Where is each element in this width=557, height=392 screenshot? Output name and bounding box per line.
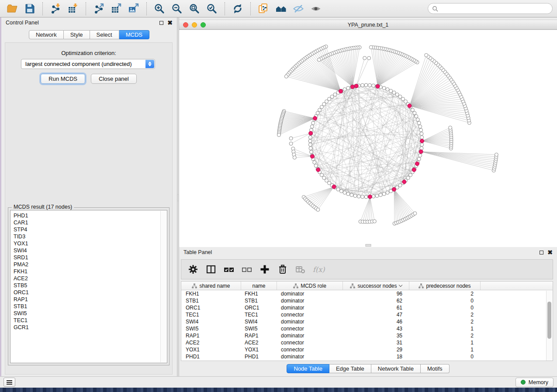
- import-network-icon[interactable]: [48, 1, 63, 16]
- horizontal-splitter-handle[interactable]: [365, 244, 371, 247]
- column-header-predecessor-nodes[interactable]: predecessor nodes: [409, 282, 481, 290]
- graph-node[interactable]: [420, 147, 423, 150]
- tab-network-table[interactable]: Network Table: [371, 364, 421, 373]
- graph-node[interactable]: [409, 173, 412, 177]
- graph-node[interactable]: [284, 75, 288, 78]
- graph-node[interactable]: [357, 195, 360, 198]
- graph-node[interactable]: [420, 143, 424, 146]
- table-cell[interactable]: 46: [343, 318, 409, 325]
- graph-edge[interactable]: [422, 141, 451, 148]
- graph-node[interactable]: [309, 147, 312, 150]
- graph-node[interactable]: [316, 111, 319, 115]
- graph-edge[interactable]: [307, 187, 334, 200]
- graph-node[interactable]: [361, 195, 364, 199]
- graph-node[interactable]: [289, 142, 293, 145]
- graph-edge[interactable]: [310, 116, 416, 144]
- graph-node[interactable]: [343, 88, 346, 91]
- table-row[interactable]: SWI4SWI4dominator462: [181, 318, 553, 325]
- graph-node[interactable]: [293, 156, 296, 159]
- list-item[interactable]: CAR1: [14, 219, 167, 226]
- menu-list-icon[interactable]: [3, 378, 15, 387]
- table-row[interactable]: RAP1RAP1dominator352: [181, 332, 553, 339]
- graph-node[interactable]: [309, 150, 313, 154]
- table-cell[interactable]: 35: [343, 332, 409, 339]
- graph-edge[interactable]: [409, 106, 467, 113]
- table-cell[interactable]: RAP1: [241, 332, 277, 339]
- table-cell[interactable]: 62: [343, 297, 409, 304]
- table-cell[interactable]: STB1: [241, 297, 277, 304]
- graph-node[interactable]: [310, 125, 314, 128]
- graph-node[interactable]: [389, 89, 393, 93]
- export-network-icon[interactable]: [91, 1, 107, 16]
- import-table-icon[interactable]: [65, 1, 81, 16]
- graph-edge[interactable]: [421, 151, 494, 170]
- list-item[interactable]: GCR1: [14, 324, 167, 331]
- table-cell[interactable]: dominator: [277, 304, 343, 311]
- list-item[interactable]: SWI4: [14, 247, 167, 254]
- list-item[interactable]: STB5: [14, 282, 167, 289]
- graph-node[interactable]: [277, 133, 280, 137]
- list-item[interactable]: TID3: [14, 233, 167, 240]
- table-cell[interactable]: YOX1: [181, 346, 241, 353]
- table-cell[interactable]: 2: [409, 318, 481, 325]
- graph-node[interactable]: [373, 220, 376, 223]
- graph-node[interactable]: [318, 108, 322, 112]
- graph-hub-node[interactable]: [402, 180, 406, 184]
- minimize-window-icon[interactable]: [192, 22, 197, 28]
- close-table-panel-icon[interactable]: ✖: [547, 250, 553, 254]
- tab-node-table[interactable]: Node Table: [287, 364, 329, 373]
- table-cell[interactable]: 61: [343, 304, 409, 311]
- table-cell[interactable]: ACE2: [241, 339, 277, 346]
- graph-hub-node[interactable]: [332, 185, 336, 189]
- graph-node[interactable]: [346, 86, 350, 90]
- graph-node[interactable]: [289, 137, 293, 140]
- graph-node[interactable]: [386, 88, 389, 91]
- refresh-layout-icon[interactable]: [230, 1, 246, 16]
- delete-column-icon[interactable]: [277, 264, 288, 275]
- graph-edge[interactable]: [422, 141, 451, 144]
- close-panel-icon[interactable]: ✖: [167, 21, 173, 25]
- table-cell[interactable]: 47: [343, 311, 409, 318]
- column-header-shared-name[interactable]: shared name: [181, 282, 241, 290]
- column-header-successor-nodes[interactable]: successor nodes: [343, 282, 409, 290]
- graph-node[interactable]: [361, 83, 364, 87]
- table-cell[interactable]: FKH1: [241, 290, 277, 297]
- table-cell[interactable]: 2: [409, 332, 481, 339]
- network-graph[interactable]: [179, 30, 557, 247]
- table-cell[interactable]: 1: [409, 325, 481, 332]
- graph-node[interactable]: [339, 189, 343, 193]
- graph-edge[interactable]: [356, 58, 365, 86]
- close-panel-button[interactable]: Close panel: [91, 74, 137, 84]
- zoom-out-icon[interactable]: [169, 1, 185, 16]
- graph-hub-node[interactable]: [351, 85, 355, 89]
- graph-edge[interactable]: [378, 53, 400, 86]
- graph-node[interactable]: [369, 45, 373, 49]
- column-header-mcds-role[interactable]: MCDS role: [277, 282, 343, 290]
- table-cell[interactable]: dominator: [277, 353, 343, 360]
- network-window-titlebar[interactable]: YPA_prune.txt_1: [179, 20, 557, 30]
- table-cell[interactable]: 0: [409, 353, 481, 360]
- graph-node[interactable]: [368, 83, 371, 87]
- table-cell[interactable]: TEC1: [181, 311, 241, 318]
- graph-edge[interactable]: [311, 187, 334, 205]
- graph-hub-node[interactable]: [354, 84, 358, 88]
- list-scrollbar[interactable]: [160, 211, 166, 362]
- table-cell[interactable]: PHD1: [241, 353, 277, 360]
- graph-node[interactable]: [363, 56, 367, 60]
- graph-edge[interactable]: [345, 86, 377, 193]
- list-item[interactable]: SRD1: [14, 254, 167, 261]
- graph-edge[interactable]: [310, 187, 334, 203]
- table-cell[interactable]: 0: [409, 297, 481, 304]
- table-cell[interactable]: ACE2: [181, 339, 241, 346]
- show-all-icon[interactable]: [308, 1, 324, 16]
- graph-hub-node[interactable]: [415, 162, 419, 166]
- mcds-result-list[interactable]: PHD1CAR1STP4TID3YOX1SWI4SRD1PMA2FKH1ACE2…: [10, 210, 167, 363]
- graph-node[interactable]: [346, 192, 350, 196]
- graph-node[interactable]: [353, 194, 357, 198]
- table-cell[interactable]: 29: [343, 346, 409, 353]
- graph-edge[interactable]: [294, 155, 312, 156]
- list-item[interactable]: ACE2: [14, 275, 167, 282]
- table-cell[interactable]: ORC1: [181, 304, 241, 311]
- graph-hub-node[interactable]: [313, 116, 317, 120]
- zoom-in-icon[interactable]: [152, 1, 167, 16]
